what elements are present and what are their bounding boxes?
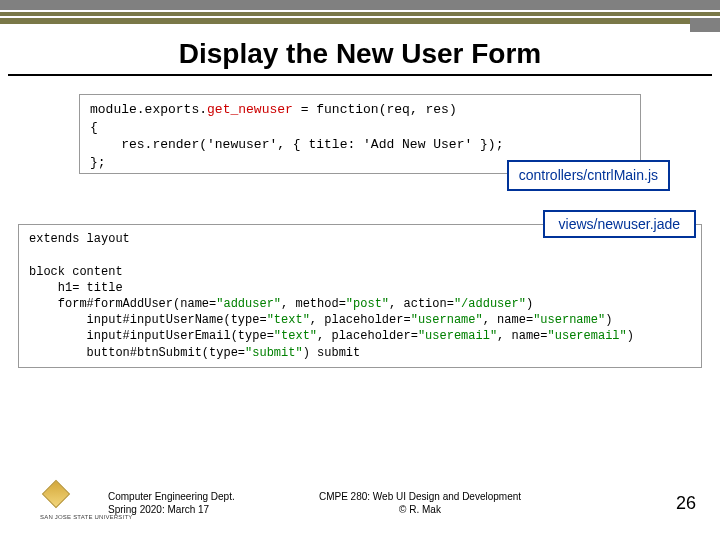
decorative-top-bars [0, 0, 720, 24]
slide-title: Display the New User Form [0, 38, 720, 70]
code-line: module.exports.get_newuser = function(re… [90, 101, 630, 119]
code-line: extends layout [29, 232, 130, 246]
code-line: { [90, 119, 630, 137]
page-number: 26 [676, 493, 696, 514]
decorative-chip [690, 18, 720, 32]
code-view-box: extends layout block content h1= title f… [18, 224, 702, 368]
code-line: input#inputUserName(type="text", placeho… [29, 313, 612, 327]
file-badge-view: views/newuser.jade [543, 210, 696, 238]
code-line: button#btnSubmit(type="submit") submit [29, 346, 360, 360]
file-badge-controller: controllers/cntrlMain.js [507, 160, 670, 191]
code-controller-box: module.exports.get_newuser = function(re… [79, 94, 641, 174]
code-line: input#inputUserEmail(type="text", placeh… [29, 329, 634, 343]
code-line: form#formAddUser(name="adduser", method=… [29, 297, 533, 311]
course-text: CMPE 280: Web UI Design and Development … [300, 490, 540, 516]
logo-icon [46, 484, 66, 504]
code-line: block content [29, 265, 123, 279]
code-line [29, 248, 36, 262]
code-line: h1= title [29, 281, 123, 295]
dept-text: Computer Engineering Dept. Spring 2020: … [108, 490, 235, 516]
highlighted-fn-name: get_newuser [207, 102, 293, 117]
code-line: res.render('newuser', { title: 'Add New … [90, 136, 630, 154]
title-underline [8, 74, 712, 76]
